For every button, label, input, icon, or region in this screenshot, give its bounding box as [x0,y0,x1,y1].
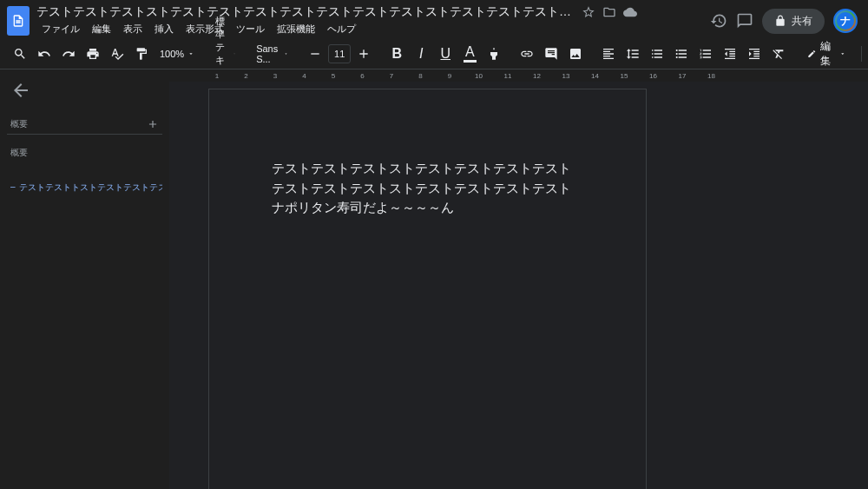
image-icon[interactable] [564,43,587,65]
font-size-box [328,44,351,63]
cloud-icon[interactable] [623,5,637,19]
indent-increase-icon[interactable] [743,43,766,65]
font-size-decrease[interactable] [304,43,326,65]
link-icon[interactable] [516,43,538,65]
editor-zone: 1 2 3 4 5 6 7 8 9 10 11 12 13 14 15 16 1… [169,69,868,489]
content-area: 概要 概要 テストテストトストテストテストテストテ... 1 2 3 4 5 6… [0,69,868,489]
paragraph-style-select[interactable]: 標準テキスト [210,43,240,65]
star-icon[interactable] [582,5,595,19]
bold-icon[interactable]: B [385,43,408,65]
outline-item[interactable]: テストテストトストテストテストテストテ... [7,178,162,197]
search-icon[interactable] [9,43,31,65]
italic-icon[interactable]: I [410,43,432,65]
font-value: Sans S... [256,43,280,64]
docs-logo[interactable] [7,6,30,36]
document-page[interactable]: テストテストテストストテストテストテストテストテストテストテストストテストテスト… [208,89,647,489]
outline-item-text: テストテストトストテストテストテストテ... [19,182,162,194]
format-paint-icon[interactable] [130,43,153,65]
menu-extensions[interactable]: 拡張機能 [272,21,320,37]
spellcheck-icon[interactable] [106,43,128,65]
bullet-list-icon[interactable] [670,43,693,65]
header-right: 共有 ナ [710,9,858,34]
checklist-icon[interactable] [646,43,668,65]
menu-tools[interactable]: ツール [231,21,270,37]
text-color-icon[interactable]: A [458,43,481,65]
separator [861,46,862,62]
font-size-increase[interactable] [352,43,375,65]
edit-mode-button[interactable]: 編集 [800,36,852,72]
print-icon[interactable] [82,43,104,65]
indent-decrease-icon[interactable] [719,43,741,65]
highlight-icon[interactable] [483,43,505,65]
menu-insert[interactable]: 挿入 [149,21,179,37]
font-select[interactable]: Sans S... [251,43,293,65]
outline-header-label: 概要 [10,118,28,130]
avatar-letter: ナ [837,12,854,30]
outline-sidebar: 概要 概要 テストテストトストテストテストテストテ... [0,69,169,489]
app-header: テストテストテストストテストテストテストテストテストテストテストストテストテスト… [0,0,868,38]
comment-icon[interactable] [736,12,753,30]
menu-bar: ファイル 編集 表示 挿入 表示形式 ツール 拡張機能 ヘルプ [36,21,710,37]
edit-mode-label: 編集 [820,39,836,69]
history-icon[interactable] [710,12,727,30]
underline-icon[interactable]: U [434,43,457,65]
zoom-select[interactable]: 100% [155,43,200,65]
zoom-value: 100% [160,49,184,59]
menu-edit[interactable]: 編集 [87,21,116,37]
clear-format-icon[interactable] [767,43,790,65]
share-label: 共有 [792,14,812,29]
outline-header: 概要 [7,115,162,135]
add-comment-icon[interactable] [540,43,562,65]
outline-sub-label: 概要 [7,143,162,162]
title-area: テストテストテストストテストテストテストテストテストテストテストストテストテスト… [36,4,710,37]
font-size-input[interactable] [329,49,350,59]
add-summary-icon[interactable] [147,118,159,130]
line-spacing-icon[interactable] [621,43,644,65]
redo-icon[interactable] [57,43,80,65]
toolbar: 100% 標準テキスト Sans S... B I U A 編集 [0,38,868,69]
document-title[interactable]: テストテストテストストテストテストテストテストテストテストテストストテストテスト… [36,4,575,20]
avatar[interactable]: ナ [833,9,858,33]
align-icon[interactable] [597,43,620,65]
share-button[interactable]: 共有 [762,9,825,34]
undo-icon[interactable] [33,43,56,65]
menu-file[interactable]: ファイル [36,21,85,37]
back-arrow-icon[interactable] [10,80,31,101]
menu-help[interactable]: ヘルプ [322,21,361,37]
document-body[interactable]: テストテストテストストテストテストテストテストテストテストテストストテストテスト… [272,159,583,218]
ruler[interactable]: 1 2 3 4 5 6 7 8 9 10 11 12 13 14 15 16 1… [169,69,868,82]
menu-view[interactable]: 表示 [118,21,148,37]
numbered-list-icon[interactable] [694,43,717,65]
move-icon[interactable] [602,5,616,19]
